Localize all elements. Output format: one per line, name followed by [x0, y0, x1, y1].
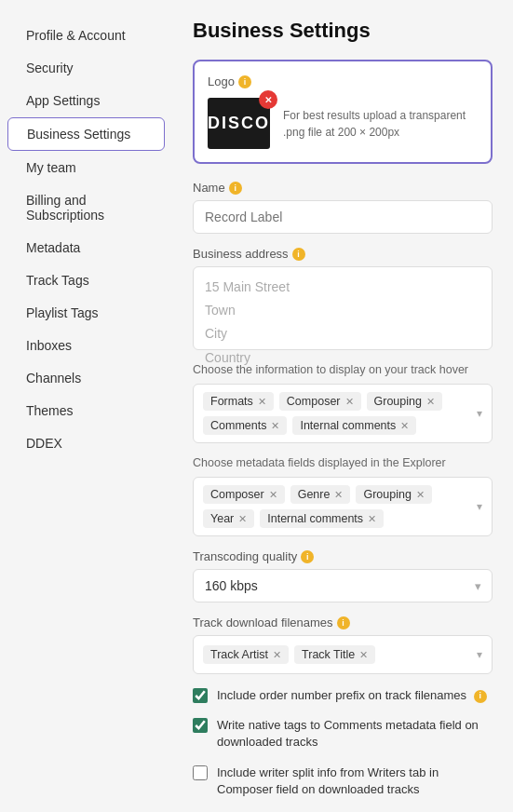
- download-filenames-label: Track download filenames i: [193, 616, 493, 629]
- explorer-tag-internal-comments-remove[interactable]: ✕: [368, 514, 376, 524]
- sidebar-item-track-tags[interactable]: Track Tags: [7, 264, 165, 296]
- tag-composer-remove[interactable]: ✕: [345, 397, 354, 407]
- address-line-3: City: [205, 322, 480, 345]
- sidebar-item-themes[interactable]: Themes: [7, 395, 165, 426]
- explorer-tag-composer-remove[interactable]: ✕: [269, 490, 277, 500]
- checkbox-writer-split-label: Include writer split info from Writers t…: [217, 765, 493, 798]
- logo-hint: For best results upload a transparent .p…: [283, 107, 478, 141]
- address-label: Business address i: [193, 247, 493, 261]
- explorer-tag-genre-remove[interactable]: ✕: [334, 490, 343, 500]
- explorer-tag-year-remove[interactable]: ✕: [238, 514, 247, 524]
- name-input[interactable]: [193, 200, 493, 234]
- name-label: Name i: [193, 181, 493, 195]
- explorer-fields-arrow: ▾: [477, 500, 482, 513]
- download-tag-title: Track Title ✕: [294, 645, 375, 664]
- address-line-2: Town: [205, 299, 480, 322]
- checkbox-order-number: Include order number prefix on track fil…: [193, 687, 493, 704]
- logo-label: Logo i: [208, 74, 478, 88]
- checkbox-native-tags-input[interactable]: [193, 718, 208, 733]
- track-hover-label: Choose the information to display on you…: [193, 363, 493, 376]
- tag-comments: Comments ✕: [203, 416, 287, 435]
- main-content: Business Settings Logo i DISCO For best …: [172, 0, 513, 812]
- download-filenames-select[interactable]: Track Artist ✕ Track Title ✕ ▾: [193, 635, 493, 674]
- download-filenames-info-icon[interactable]: i: [337, 616, 350, 629]
- explorer-tag-composer: Composer ✕: [203, 485, 285, 504]
- tag-grouping: Grouping ✕: [367, 392, 442, 411]
- checkbox-writer-split: Include writer split info from Writers t…: [193, 765, 493, 798]
- explorer-fields-label: Choose metadata fields displayed in the …: [193, 456, 493, 469]
- explorer-tag-grouping-remove[interactable]: ✕: [416, 490, 425, 500]
- tag-formats: Formats ✕: [203, 392, 274, 411]
- tag-internal-comments-remove[interactable]: ✕: [400, 421, 409, 431]
- sidebar: Profile & Account Security App Settings …: [0, 0, 172, 812]
- name-info-icon[interactable]: i: [229, 182, 242, 195]
- address-info-icon[interactable]: i: [292, 248, 305, 261]
- download-tag-artist: Track Artist ✕: [203, 645, 289, 664]
- sidebar-item-my-team[interactable]: My team: [7, 152, 165, 183]
- download-tag-title-remove[interactable]: ✕: [359, 650, 368, 660]
- sidebar-item-playlist-tags[interactable]: Playlist Tags: [7, 297, 165, 329]
- logo-info-icon[interactable]: i: [238, 75, 251, 88]
- logo-remove-button[interactable]: [259, 90, 277, 109]
- tag-grouping-remove[interactable]: ✕: [426, 397, 435, 407]
- explorer-fields-select[interactable]: Composer ✕ Genre ✕ Grouping ✕ Year ✕ Int…: [193, 477, 493, 536]
- sidebar-item-channels[interactable]: Channels: [7, 362, 165, 394]
- address-line-1: 15 Main Street: [205, 276, 480, 299]
- tag-comments-remove[interactable]: ✕: [271, 421, 279, 431]
- sidebar-item-billing[interactable]: Billing and Subscriptions: [7, 184, 165, 231]
- checkbox-native-tags: Write native tags to Comments metadata f…: [193, 717, 493, 751]
- logo-section: Logo i DISCO For best results upload a t…: [193, 60, 493, 164]
- transcoding-select-wrapper: 128 kbps 160 kbps 320 kbps ▾: [193, 569, 493, 602]
- sidebar-item-app-settings[interactable]: App Settings: [7, 85, 165, 116]
- transcoding-label: Transcoding quality i: [193, 549, 493, 563]
- checkbox-order-number-label: Include order number prefix on track fil…: [217, 687, 487, 704]
- tag-composer: Composer ✕: [279, 392, 361, 411]
- explorer-tag-year: Year ✕: [203, 509, 254, 528]
- sidebar-item-security[interactable]: Security: [7, 52, 165, 84]
- checkbox-writer-split-input[interactable]: [193, 765, 208, 780]
- track-hover-select[interactable]: Formats ✕ Composer ✕ Grouping ✕ Comments…: [193, 384, 493, 443]
- sidebar-item-profile-account[interactable]: Profile & Account: [7, 20, 165, 51]
- tag-internal-comments: Internal comments ✕: [292, 416, 416, 435]
- track-hover-arrow: ▾: [477, 407, 482, 420]
- explorer-tag-genre: Genre ✕: [290, 485, 351, 504]
- transcoding-select[interactable]: 128 kbps 160 kbps 320 kbps: [193, 569, 493, 602]
- sidebar-item-metadata[interactable]: Metadata: [7, 232, 165, 264]
- sidebar-item-inboxes[interactable]: Inboxes: [7, 330, 165, 361]
- logo-image: DISCO: [208, 98, 270, 149]
- tag-formats-remove[interactable]: ✕: [258, 397, 266, 407]
- page-title: Business Settings: [193, 19, 493, 43]
- explorer-tag-grouping: Grouping ✕: [356, 485, 431, 504]
- explorer-tag-internal-comments: Internal comments ✕: [260, 509, 384, 528]
- sidebar-item-ddex[interactable]: DDEX: [7, 427, 165, 459]
- download-tag-artist-remove[interactable]: ✕: [273, 650, 281, 660]
- sidebar-item-business-settings[interactable]: Business Settings: [7, 117, 165, 151]
- download-filenames-arrow: ▾: [477, 648, 482, 661]
- order-number-info-icon[interactable]: i: [474, 690, 487, 703]
- address-input[interactable]: 15 Main Street Town City Country: [193, 266, 493, 350]
- checkbox-native-tags-label: Write native tags to Comments metadata f…: [217, 717, 493, 751]
- checkbox-order-number-input[interactable]: [193, 688, 208, 703]
- transcoding-info-icon[interactable]: i: [301, 550, 314, 563]
- logo-content: DISCO For best results upload a transpar…: [208, 98, 478, 149]
